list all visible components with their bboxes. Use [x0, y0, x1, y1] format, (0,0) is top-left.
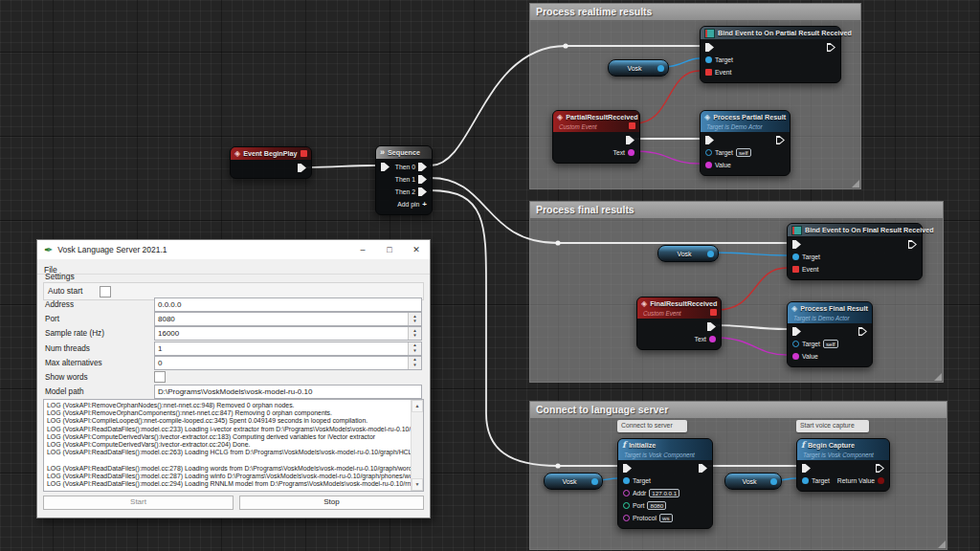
- object-output-pin[interactable]: [591, 478, 598, 485]
- exec-pin[interactable]: [705, 43, 714, 52]
- bubble-start-voice-capture[interactable]: Start voice capture: [796, 420, 869, 432]
- object-output-pin[interactable]: [770, 478, 777, 485]
- wire-final-text-value[interactable]: [717, 338, 787, 355]
- variable-vosk-var-1[interactable]: Vosk: [608, 59, 669, 77]
- then-0-pin[interactable]: [418, 163, 427, 171]
- wire-vosk2-target[interactable]: [713, 253, 787, 255]
- auto-start-checkbox[interactable]: [100, 286, 111, 298]
- maximize-button[interactable]: □: [376, 240, 403, 259]
- exec-pin[interactable]: [827, 43, 835, 52]
- protocol-pin[interactable]: [623, 515, 630, 521]
- variable-vosk-var-3[interactable]: Vosk: [544, 473, 603, 490]
- delegate-pin[interactable]: [629, 122, 635, 129]
- variable-vosk-var-2[interactable]: Vosk: [657, 245, 719, 262]
- add-pin-pin[interactable]: +: [422, 201, 427, 209]
- node-bind-event-final[interactable]: Bind Event to On Final Result ReceivedTa…: [787, 223, 923, 280]
- then-1-pin[interactable]: [418, 175, 427, 184]
- event-pin[interactable]: [792, 266, 799, 273]
- spinner-control[interactable]: ▲▼: [408, 313, 421, 325]
- variable-label: Vosk: [677, 251, 691, 257]
- window-titlebar[interactable]: ✒ Vosk Language Server 2021.1 – □ ✕: [37, 240, 430, 260]
- spinner-control[interactable]: ▲▼: [408, 342, 421, 355]
- sample-rate-hz-input[interactable]: 16000▲▼: [154, 326, 422, 341]
- node-initialize[interactable]: fInitializeTarget is Vosk ComponentTarge…: [617, 438, 713, 529]
- text-pin[interactable]: [628, 149, 635, 156]
- blueprint-canvas[interactable]: Process realtime resultsProcess final re…: [0, 0, 980, 551]
- target-pin[interactable]: [705, 149, 712, 156]
- return-value-pin[interactable]: [878, 477, 884, 484]
- object-output-pin[interactable]: [707, 251, 714, 257]
- port-input[interactable]: 8080▲▼: [154, 312, 422, 326]
- wire-reroute-dot-0[interactable]: [563, 43, 568, 48]
- wire-final-exec[interactable]: [716, 325, 787, 329]
- target-pin[interactable]: [705, 56, 712, 63]
- exec-pin[interactable]: [699, 464, 707, 473]
- exec-pin[interactable]: [802, 464, 811, 473]
- wire-beginplay-sequence[interactable]: [306, 165, 375, 167]
- port-value-box[interactable]: 8080: [647, 501, 666, 511]
- port-pin[interactable]: [623, 502, 630, 509]
- node-sequence[interactable]: »SequenceThen 0Then 1Then 2Add pin+: [375, 145, 433, 215]
- text-pin[interactable]: [709, 336, 716, 342]
- num-threads-input[interactable]: 1▲▼: [154, 342, 422, 356]
- log-scrollbar[interactable]: ▲ ▼: [411, 400, 423, 491]
- exec-pin[interactable]: [298, 164, 306, 172]
- addr-pin[interactable]: [623, 490, 630, 496]
- exec-pin[interactable]: [858, 327, 867, 336]
- exec-pin[interactable]: [776, 136, 785, 144]
- exec-pin[interactable]: [381, 163, 390, 171]
- exec-pin[interactable]: [792, 327, 801, 336]
- target-pin[interactable]: [792, 253, 799, 260]
- close-button[interactable]: ✕: [403, 240, 430, 259]
- log-output[interactable]: LOG (VoskAPI:RemoveOrphanNodes():nnet-nn…: [43, 399, 424, 492]
- then-2-pin[interactable]: [418, 187, 427, 196]
- node-event-beginplay[interactable]: ◈Event BeginPlay: [230, 146, 312, 179]
- wire-reroute-dot-2[interactable]: [555, 463, 560, 468]
- exec-pin[interactable]: [876, 464, 884, 473]
- variable-vosk-var-4[interactable]: Vosk: [724, 473, 782, 490]
- model-path-input[interactable]: D:\Programs\VoskModels\vosk-model-ru-0.1…: [154, 385, 422, 399]
- target-pin[interactable]: [802, 477, 809, 484]
- spinner-control[interactable]: ▲▼: [408, 327, 421, 340]
- exec-pin[interactable]: [623, 464, 632, 473]
- exec-pin[interactable]: [908, 240, 917, 249]
- bubble-connect-to-server[interactable]: Connect to server: [617, 420, 687, 432]
- node-event-final-result-received[interactable]: ◈FinalResultReceivedCustom EventText: [636, 297, 722, 350]
- wire-final-delegate[interactable]: [717, 268, 787, 310]
- wire-partial-text-value[interactable]: [634, 151, 700, 164]
- wire-then2-initialize[interactable]: [431, 190, 617, 466]
- show-words-checkbox[interactable]: [154, 371, 166, 383]
- wire-reroute-dot-1[interactable]: [555, 240, 560, 245]
- target-value-box[interactable]: self: [736, 148, 751, 158]
- exec-pin[interactable]: [705, 136, 714, 144]
- start-button[interactable]: Start: [43, 496, 234, 510]
- delegate-pin[interactable]: [710, 309, 717, 316]
- scroll-down-icon[interactable]: ▼: [412, 478, 423, 491]
- delegate-pin[interactable]: [301, 150, 307, 157]
- target-value-box[interactable]: self: [823, 340, 838, 349]
- stop-button[interactable]: Stop: [239, 496, 424, 510]
- spinner-control[interactable]: ▲▼: [408, 357, 421, 369]
- value-pin[interactable]: [792, 353, 799, 360]
- addr-value-box[interactable]: 127.0.0.1: [649, 489, 679, 498]
- exec-pin[interactable]: [626, 136, 635, 144]
- exec-pin[interactable]: [707, 322, 716, 331]
- target-pin[interactable]: [792, 341, 799, 347]
- event-pin[interactable]: [705, 69, 712, 76]
- address-input[interactable]: 0.0.0.0: [154, 298, 422, 312]
- node-begin-capture[interactable]: fBegin CaptureTarget is Vosk ComponentTa…: [796, 438, 890, 492]
- protocol-value-box[interactable]: ws: [659, 514, 673, 523]
- value-pin[interactable]: [705, 162, 712, 168]
- node-event-partial-result-received[interactable]: ◈PartialResultReceivedCustom EventText: [552, 110, 640, 164]
- target-pin[interactable]: [623, 477, 630, 484]
- node-process-partial-result[interactable]: ◈Process Partial ResultTarget is Demo Ac…: [700, 110, 791, 176]
- node-process-final-result[interactable]: ◈Process Final ResultTarget is Demo Acto…: [787, 301, 873, 367]
- exec-pin[interactable]: [792, 240, 801, 249]
- node-bind-event-partial[interactable]: Bind Event to On Partial Result Received…: [700, 26, 841, 83]
- object-output-pin[interactable]: [657, 65, 664, 72]
- vosk-server-window[interactable]: ✒ Vosk Language Server 2021.1 – □ ✕ File…: [36, 239, 431, 518]
- max-alternatives-input[interactable]: 0▲▼: [154, 356, 422, 370]
- minimize-button[interactable]: –: [349, 240, 376, 259]
- scroll-up-icon[interactable]: ▲: [412, 400, 423, 412]
- wire-partial-delegate[interactable]: [635, 71, 700, 123]
